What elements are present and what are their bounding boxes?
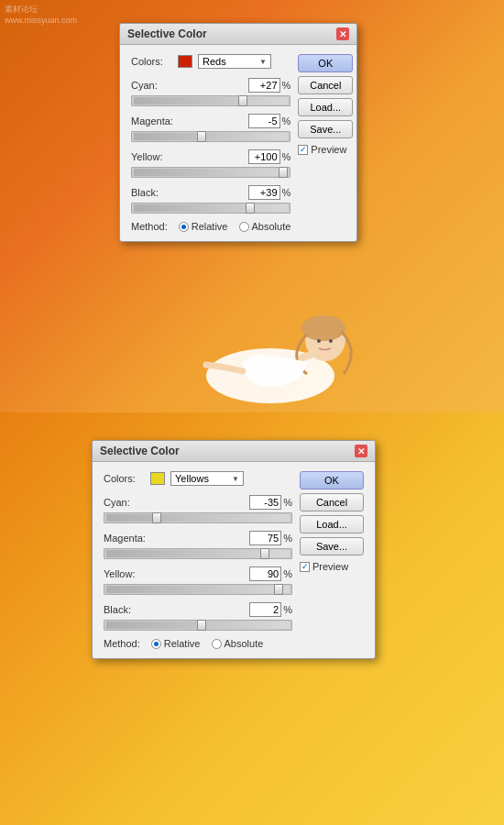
bottom-yellow-thumb[interactable] — [274, 584, 283, 595]
bottom-colors-row: Colors: Yellows ▼ — [104, 471, 292, 486]
bottom-ok-button[interactable]: OK — [300, 471, 364, 490]
top-selective-color-dialog: Selective Color ✕ Colors: Reds ▼ Cyan: — [119, 23, 357, 242]
bottom-magenta-thumb[interactable] — [260, 548, 269, 559]
bottom-yellow-label: Yellow: — [104, 568, 163, 579]
top-preview-checkbox[interactable]: ✓ — [298, 145, 308, 155]
bottom-preview-checkbox[interactable]: ✓ — [300, 562, 310, 572]
top-save-button[interactable]: Save... — [298, 120, 353, 138]
bottom-dialog-close-button[interactable]: ✕ — [355, 445, 367, 457]
bottom-relative-radio[interactable] — [151, 639, 161, 649]
bottom-background: Selective Color ✕ Colors: Yellows ▼ Cyan — [0, 412, 504, 825]
bottom-black-pct: % — [283, 604, 292, 615]
top-black-input[interactable] — [248, 185, 280, 200]
bottom-cyan-thumb[interactable] — [152, 512, 161, 523]
bottom-method-row: Method: Relative Absolute — [104, 638, 292, 649]
top-magenta-input[interactable] — [248, 114, 280, 128]
bottom-yellow-track[interactable] — [104, 584, 292, 595]
bottom-dialog-right-panel: OK Cancel Load... Save... ✓ Preview — [300, 471, 364, 649]
top-black-pct: % — [282, 187, 291, 198]
top-color-swatch — [178, 55, 192, 68]
bottom-preview-label: Preview — [312, 561, 348, 572]
bottom-color-swatch — [150, 472, 165, 485]
top-black-track[interactable] — [131, 203, 290, 214]
top-load-button[interactable]: Load... — [298, 98, 353, 116]
top-cyan-thumb[interactable] — [238, 95, 247, 106]
bottom-cyan-input[interactable] — [249, 495, 281, 510]
top-ok-button[interactable]: OK — [298, 54, 353, 72]
bottom-cancel-button[interactable]: Cancel — [300, 493, 364, 512]
bottom-load-button[interactable]: Load... — [300, 515, 364, 534]
bottom-method-label: Method: — [104, 638, 140, 649]
bottom-magenta-track[interactable] — [104, 548, 292, 559]
svg-point-3 — [317, 339, 321, 343]
bottom-selected-color: Yellows — [175, 473, 209, 484]
top-yellow-row: Yellow: % — [131, 149, 290, 178]
bottom-relative-option[interactable]: Relative — [151, 638, 201, 649]
bottom-cyan-label: Cyan: — [104, 497, 163, 508]
top-magenta-row: Magenta: % — [131, 114, 290, 142]
bottom-dialog-body: Colors: Yellows ▼ Cyan: % — [93, 462, 375, 658]
top-background: 素材论坛 www.missyuan.com Selective Color ✕ … — [0, 0, 504, 412]
top-dialog-body: Colors: Reds ▼ Cyan: % — [120, 45, 356, 241]
top-dialog-left-panel: Colors: Reds ▼ Cyan: % — [131, 54, 290, 232]
top-dialog-title: Selective Color — [127, 28, 207, 40]
top-yellow-input[interactable] — [248, 149, 280, 164]
top-colors-label: Colors: — [131, 56, 172, 67]
bottom-preview-row: ✓ Preview — [300, 561, 364, 572]
bottom-cyan-track[interactable] — [104, 512, 292, 523]
bottom-magenta-label: Magenta: — [104, 533, 163, 544]
bottom-yellow-input[interactable] — [249, 566, 281, 581]
bottom-dialog-title: Selective Color — [100, 445, 180, 457]
top-magenta-label: Magenta: — [131, 116, 191, 126]
top-yellow-track[interactable] — [131, 167, 290, 178]
top-dropdown-arrow-icon: ▼ — [259, 58, 267, 66]
top-cyan-label: Cyan: — [131, 80, 191, 91]
bottom-cyan-pct: % — [283, 497, 292, 508]
child-image — [124, 229, 380, 412]
top-cancel-button[interactable]: Cancel — [298, 76, 353, 94]
top-black-label: Black: — [131, 187, 191, 198]
top-selected-color: Reds — [203, 56, 226, 67]
bottom-colors-label: Colors: — [104, 473, 145, 484]
bottom-yellow-row: Yellow: % — [104, 566, 292, 595]
bottom-magenta-input[interactable] — [249, 531, 281, 545]
top-preview-label: Preview — [311, 144, 346, 155]
watermark-line1: 素材论坛 — [5, 5, 77, 16]
top-magenta-track[interactable] — [131, 131, 290, 142]
bottom-yellow-pct: % — [283, 568, 292, 579]
top-yellow-thumb[interactable] — [279, 167, 288, 178]
bottom-black-track[interactable] — [104, 620, 292, 631]
bottom-colors-dropdown[interactable]: Yellows ▼ — [170, 471, 244, 486]
bottom-magenta-pct: % — [283, 533, 292, 544]
top-cyan-input[interactable] — [248, 78, 280, 93]
top-black-thumb[interactable] — [246, 203, 255, 214]
child-svg — [124, 229, 380, 412]
bottom-dropdown-arrow-icon: ▼ — [232, 475, 239, 483]
top-yellow-pct: % — [282, 151, 291, 162]
top-colors-dropdown[interactable]: Reds ▼ — [198, 54, 271, 69]
bottom-absolute-radio[interactable] — [212, 639, 222, 649]
top-dialog-titlebar: Selective Color ✕ — [120, 24, 356, 45]
bottom-absolute-option[interactable]: Absolute — [212, 638, 264, 649]
bottom-dialog-left-panel: Colors: Yellows ▼ Cyan: % — [104, 471, 292, 649]
top-dialog-close-button[interactable]: ✕ — [336, 28, 349, 40]
svg-point-2 — [301, 315, 345, 341]
bottom-black-row: Black: % — [104, 602, 292, 631]
bottom-black-thumb[interactable] — [197, 620, 206, 631]
watermark-line2: www.missyuan.com — [5, 16, 77, 27]
bottom-save-button[interactable]: Save... — [300, 537, 364, 556]
bottom-black-input[interactable] — [249, 602, 281, 617]
bottom-cyan-row: Cyan: % — [104, 495, 292, 523]
bottom-black-label: Black: — [104, 604, 163, 615]
top-colors-row: Colors: Reds ▼ — [131, 54, 290, 69]
top-cyan-pct: % — [282, 80, 291, 91]
top-magenta-pct: % — [282, 116, 291, 126]
top-cyan-track[interactable] — [131, 95, 290, 106]
top-black-row: Black: % — [131, 185, 290, 214]
bottom-absolute-label: Absolute — [225, 638, 264, 649]
bottom-relative-label: Relative — [164, 638, 201, 649]
bottom-selective-color-dialog: Selective Color ✕ Colors: Yellows ▼ Cyan — [92, 440, 376, 659]
top-preview-row: ✓ Preview — [298, 144, 353, 155]
top-magenta-thumb[interactable] — [197, 131, 206, 142]
top-yellow-label: Yellow: — [131, 151, 191, 162]
